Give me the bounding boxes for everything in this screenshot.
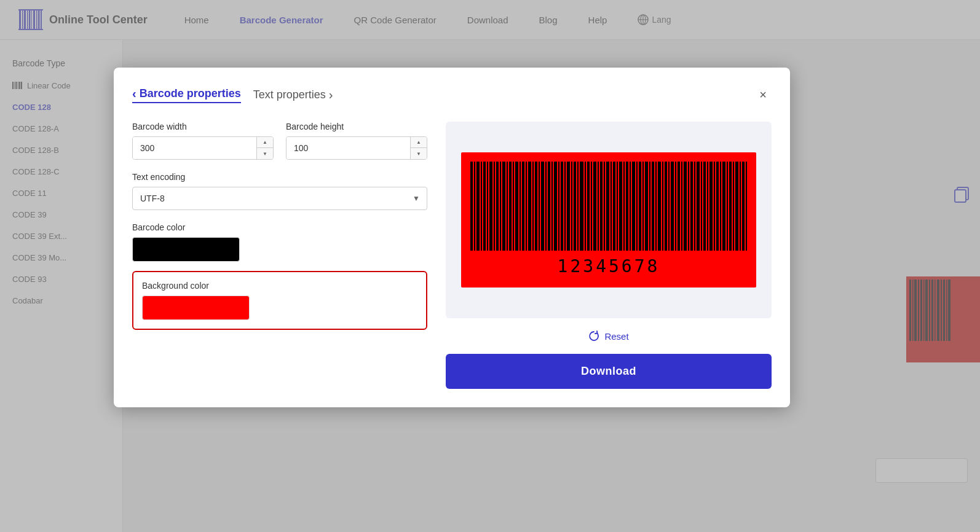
background-color-section: Background color [132,271,427,330]
svg-rect-65 [545,162,547,251]
svg-rect-80 [593,162,596,251]
text-encoding-group: Text encoding UTF-8 UTF-16 ASCII ▼ [132,172,427,210]
barcode-preview: 12345678 [461,152,756,288]
svg-rect-45 [481,162,482,251]
svg-rect-67 [551,162,553,251]
svg-rect-113 [701,162,702,251]
barcode-color-label: Barcode color [132,222,427,232]
svg-rect-100 [658,162,661,251]
text-encoding-select[interactable]: UTF-8 UTF-16 ASCII [132,187,427,210]
svg-rect-52 [502,162,505,251]
close-button[interactable]: × [754,86,772,103]
svg-rect-50 [496,162,499,251]
barcode-height-label: Barcode height [286,122,427,131]
svg-rect-53 [507,162,508,251]
svg-rect-89 [623,162,625,251]
barcode-height-input[interactable] [286,137,410,159]
svg-rect-122 [729,162,732,251]
right-panel: 12345678 Reset Download [446,122,772,389]
svg-rect-109 [688,162,689,251]
svg-rect-42 [470,162,473,251]
svg-rect-74 [574,162,576,251]
svg-rect-75 [577,162,579,251]
svg-rect-102 [665,162,667,251]
background-color-swatch[interactable] [142,295,250,320]
barcode-width-input-wrap: ▲ ▼ [132,136,274,160]
svg-rect-111 [694,162,695,251]
barcode-height-input-wrap: ▲ ▼ [286,136,427,160]
svg-rect-73 [571,162,572,251]
svg-rect-106 [678,162,680,251]
svg-rect-78 [587,162,590,251]
tab-barcode-properties-label: Barcode properties [140,87,241,100]
reset-icon [588,331,599,342]
barcode-color-swatch[interactable] [132,237,240,262]
svg-rect-99 [655,162,657,251]
download-button[interactable]: Download [446,354,772,389]
svg-rect-71 [564,162,566,251]
background-color-label: Background color [142,281,417,291]
svg-rect-90 [626,162,628,251]
text-encoding-label: Text encoding [132,172,427,182]
svg-rect-54 [509,162,512,251]
svg-rect-44 [476,162,480,251]
svg-rect-51 [500,162,501,251]
barcode-width-input[interactable] [133,137,256,159]
modal-dialog: ‹ Barcode properties Text properties › ×… [114,68,790,407]
svg-rect-116 [709,162,713,251]
svg-rect-93 [636,162,638,251]
left-panel: Barcode width ▲ ▼ Barcode height [132,122,427,389]
svg-rect-56 [515,162,518,251]
barcode-width-label: Barcode width [132,122,274,131]
svg-rect-118 [716,162,719,251]
svg-rect-68 [554,162,557,251]
barcode-width-down[interactable]: ▼ [257,148,273,159]
modal-header: ‹ Barcode properties Text properties › × [132,86,772,103]
svg-rect-48 [489,162,492,251]
barcode-svg: 12345678 [467,158,750,281]
svg-rect-58 [522,162,524,251]
svg-rect-81 [598,162,599,251]
svg-rect-72 [567,162,570,251]
svg-rect-124 [735,162,738,251]
svg-rect-59 [526,162,527,251]
barcode-height-up[interactable]: ▲ [411,137,427,148]
tab-barcode-properties[interactable]: ‹ Barcode properties [132,87,241,103]
svg-rect-98 [652,162,654,251]
svg-rect-77 [585,162,586,251]
barcode-width-group: Barcode width ▲ ▼ [132,122,274,160]
svg-rect-104 [671,162,674,251]
svg-rect-108 [684,162,687,251]
svg-rect-112 [697,162,700,251]
svg-rect-62 [535,162,537,251]
svg-rect-115 [707,162,708,251]
svg-rect-95 [642,162,644,251]
reset-button[interactable]: Reset [588,331,628,342]
modal-tabs: ‹ Barcode properties Text properties › [132,87,333,103]
svg-rect-92 [632,162,635,251]
barcode-height-down[interactable]: ▼ [411,148,427,159]
dimensions-row: Barcode width ▲ ▼ Barcode height [132,122,427,160]
svg-rect-79 [591,162,592,251]
svg-rect-86 [613,162,615,251]
barcode-color-group: Barcode color [132,222,427,262]
barcode-width-spinners: ▲ ▼ [256,137,273,159]
svg-rect-85 [611,162,612,251]
svg-rect-82 [600,162,603,251]
svg-rect-94 [639,162,641,251]
svg-rect-101 [662,162,663,251]
svg-rect-127 [746,162,747,251]
text-encoding-select-wrap: UTF-8 UTF-16 ASCII ▼ [132,187,427,210]
svg-rect-76 [580,162,583,251]
svg-text:12345678: 12345678 [558,256,660,276]
chevron-right-icon: › [329,88,333,102]
svg-rect-125 [740,162,741,251]
svg-rect-87 [617,162,618,251]
svg-rect-105 [675,162,676,251]
svg-rect-91 [630,162,631,251]
svg-rect-49 [494,162,495,251]
tab-text-properties[interactable]: Text properties › [253,88,333,102]
svg-rect-63 [539,162,540,251]
modal-body: Barcode width ▲ ▼ Barcode height [132,122,772,389]
barcode-width-up[interactable]: ▲ [257,137,273,148]
